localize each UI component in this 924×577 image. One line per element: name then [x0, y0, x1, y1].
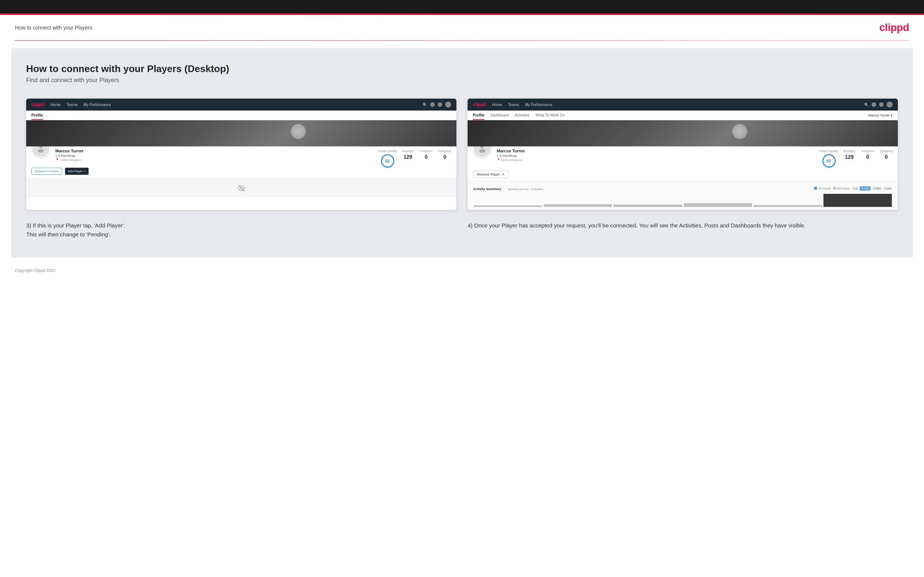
- screenshot-2: clippd Home Teams My Performance 🔍 Profi…: [468, 98, 898, 210]
- player-handicap-1: 1-5 Handicap: [55, 154, 369, 158]
- settings-icon-1: [438, 102, 442, 107]
- caption-right: 4) Once your Player has accepted your re…: [468, 221, 898, 239]
- app-tabs-1: Profile: [26, 111, 456, 120]
- caption-left: 3) If this is your Player tap, 'Add Play…: [26, 221, 456, 239]
- player-name-2: Marcus Turner: [497, 148, 811, 153]
- profile-details-2: Marcus Turner 1-5 Handicap 📍 United King…: [497, 147, 811, 162]
- settings-icon-2: [879, 102, 884, 107]
- search-icon-2[interactable]: 🔍: [864, 103, 869, 107]
- profile-content-2: Marcus Turner 1-5 Handicap 📍 United King…: [468, 147, 898, 168]
- tab-profile-2[interactable]: Profile: [473, 111, 485, 120]
- svg-point-1: [38, 149, 44, 152]
- player-location-1: 📍 United Kingdom: [55, 158, 369, 162]
- nav-home-2[interactable]: Home: [492, 103, 502, 107]
- activity-controls-2: On course Off course 1 yr 6 mths 3 mths …: [814, 186, 893, 190]
- tab-profile-1[interactable]: Profile: [31, 111, 43, 120]
- app-logo-2: clippd: [473, 102, 486, 107]
- pq-circle-1: 92: [381, 154, 394, 168]
- screenshot-1: clippd Home Teams My Performance 🔍 Profi…: [26, 98, 456, 210]
- banner-2: [468, 120, 898, 147]
- chart-bar-1: [473, 205, 542, 207]
- legend-on: On course: [814, 187, 830, 190]
- pq-circle-2: 92: [822, 154, 836, 168]
- location-icon-1: 📍: [55, 158, 59, 162]
- app-nav-1: clippd Home Teams My Performance 🔍: [26, 98, 456, 111]
- stats-2: Activities 129 Followers 0 Following 0: [843, 147, 893, 160]
- time-btn-3mths[interactable]: 3 mths: [871, 186, 882, 190]
- tabs-right-2[interactable]: Marcus Turner ▾: [868, 111, 893, 120]
- player-name-1: Marcus Turner: [55, 148, 369, 153]
- app-nav-right-1: 🔍: [423, 102, 451, 108]
- app-nav-right-2: 🔍: [864, 102, 893, 108]
- activity-summary-2: Activity Summary Monthly Activity · 6 Mo…: [468, 182, 898, 210]
- app-tabs-2: Profile Dashboard Activities What To Wor…: [468, 111, 898, 120]
- stat-followers-1: Followers 0: [420, 149, 433, 160]
- tab-activities-2[interactable]: Activities: [515, 111, 529, 120]
- banner-circle-2: [732, 124, 747, 139]
- eye-icon-1: [238, 184, 245, 192]
- action-buttons-1: Request to Follow Add Player +: [26, 168, 456, 179]
- chart-bar-6: [824, 194, 892, 207]
- mock-app-2: clippd Home Teams My Performance 🔍 Profi…: [468, 98, 898, 210]
- header-divider: [15, 40, 909, 41]
- mini-chart-2: [473, 194, 893, 207]
- legend-dot-off-icon: [833, 187, 836, 190]
- nav-home-1[interactable]: Home: [50, 103, 61, 107]
- chart-bar-5: [754, 205, 822, 207]
- add-player-button[interactable]: Add Player +: [65, 168, 89, 175]
- nav-teams-2[interactable]: Teams: [508, 103, 519, 107]
- breadcrumb: How to connect with your Players: [15, 25, 92, 31]
- nav-myperformance-1[interactable]: My Performance: [83, 103, 111, 107]
- nav-myperformance-2[interactable]: My Performance: [525, 103, 552, 107]
- activity-subtitle-2: Monthly Activity · 6 Months: [508, 187, 543, 191]
- pq-label-1: Player Quality: [378, 149, 397, 153]
- page-heading: How to connect with your Players (Deskto…: [26, 63, 898, 75]
- tab-what-to-work-on-2[interactable]: What To Work On: [536, 111, 565, 120]
- chart-bar-4: [684, 203, 752, 207]
- main-content: How to connect with your Players (Deskto…: [11, 48, 913, 258]
- stat-following-2: Following 0: [880, 149, 893, 160]
- header: How to connect with your Players clippd: [0, 15, 924, 40]
- activity-title-2: Activity Summary: [473, 187, 501, 191]
- remove-player-row: Remove Player ✕: [468, 168, 898, 181]
- activity-header-2: Activity Summary Monthly Activity · 6 Mo…: [473, 185, 893, 192]
- player-handicap-2: 1-5 Handicap: [497, 154, 811, 158]
- profile-details-1: Marcus Turner 1-5 Handicap 📍 United King…: [55, 147, 369, 162]
- pq-container-2: Player Quality 92: [820, 147, 838, 168]
- footer-text: Copyright Clippd 2022: [15, 268, 56, 272]
- user-icon-1: [430, 102, 435, 107]
- stat-activities-2: Activities 129: [843, 149, 855, 160]
- chart-bar-3: [613, 205, 682, 207]
- banner-circle-1: [291, 124, 306, 139]
- captions-row: 3) If this is your Player tap, 'Add Play…: [26, 221, 898, 239]
- tab-dashboard-2[interactable]: Dashboard: [490, 111, 509, 120]
- profile-content-1: Marcus Turner 1-5 Handicap 📍 United King…: [31, 147, 451, 168]
- page-subheading: Find and connect with your Players: [26, 77, 898, 84]
- time-btn-1mth[interactable]: 1 mth: [883, 186, 893, 190]
- screenshots-row: clippd Home Teams My Performance 🔍 Profi…: [26, 98, 898, 210]
- location-icon-2: 📍: [497, 158, 501, 162]
- avatar-icon-2: [887, 102, 893, 108]
- stat-activities-1: Activities 129: [402, 149, 414, 160]
- time-buttons-2: 1 yr 6 mths 3 mths 1 mth: [852, 186, 893, 190]
- remove-x-icon: ✕: [502, 172, 505, 176]
- time-btn-1yr[interactable]: 1 yr: [852, 186, 859, 190]
- legend-off: Off course: [833, 187, 850, 190]
- search-icon-1[interactable]: 🔍: [423, 103, 427, 107]
- pq-container-1: Player Quality 92: [378, 147, 397, 168]
- avatar-icon-1: [445, 102, 451, 108]
- nav-teams-1[interactable]: Teams: [66, 103, 78, 107]
- stats-1: Activities 129 Followers 0 Following 0: [402, 147, 451, 160]
- time-btn-6mths[interactable]: 6 mths: [860, 186, 871, 190]
- pq-label-2: Player Quality: [820, 149, 838, 153]
- app-logo-1: clippd: [31, 102, 44, 107]
- clippd-logo: clippd: [880, 22, 909, 34]
- remove-player-button[interactable]: Remove Player ✕: [473, 171, 509, 178]
- profile-stats-row-1: Marcus Turner 1-5 Handicap 📍 United King…: [26, 147, 456, 168]
- player-location-2: 📍 United Kingdom: [497, 158, 811, 162]
- banner-1: [26, 120, 456, 147]
- app-nav-2: clippd Home Teams My Performance 🔍: [468, 98, 898, 111]
- request-follow-button[interactable]: Request to Follow: [31, 168, 62, 175]
- mock-app-1: clippd Home Teams My Performance 🔍 Profi…: [26, 98, 456, 197]
- scroll-hint-1: [26, 179, 456, 197]
